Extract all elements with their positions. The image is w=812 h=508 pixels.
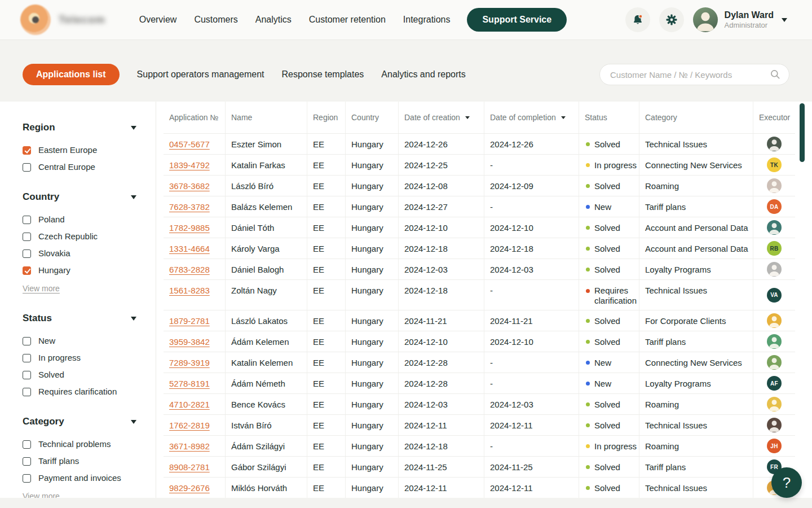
executor-avatar[interactable] bbox=[767, 334, 782, 349]
executor-avatar[interactable] bbox=[767, 220, 782, 235]
cell-region: EE bbox=[307, 352, 346, 373]
filter-option-payment-and-invoices[interactable]: Payment and invoices bbox=[23, 473, 136, 483]
brand-logo[interactable]: Telecom bbox=[20, 5, 105, 35]
executor-avatar[interactable]: RB bbox=[767, 241, 782, 256]
column-header-completed[interactable]: Date of completion bbox=[484, 102, 579, 133]
executor-avatar[interactable]: AF bbox=[767, 376, 782, 391]
executor-avatar[interactable] bbox=[767, 313, 782, 328]
cell-date-creation: 2024-12-11 bbox=[399, 415, 484, 435]
application-link[interactable]: 0457-5677 bbox=[169, 139, 210, 149]
filter-option-central-europe[interactable]: Central Europe bbox=[23, 162, 136, 172]
checkbox[interactable] bbox=[23, 388, 31, 396]
cell-date-creation: 2024-12-11 bbox=[399, 478, 484, 498]
checkbox[interactable] bbox=[23, 457, 31, 466]
checkbox[interactable] bbox=[23, 233, 31, 241]
nav-item-overview[interactable]: Overview bbox=[139, 15, 177, 25]
person-icon bbox=[767, 418, 782, 432]
application-link[interactable]: 4710-2821 bbox=[169, 400, 210, 409]
filter-section-header[interactable]: Status bbox=[23, 313, 136, 324]
application-link[interactable]: 7289-3919 bbox=[169, 358, 210, 367]
applications-table: Application №NameRegionCountryDate of cr… bbox=[164, 102, 795, 498]
sort-desc-icon[interactable] bbox=[561, 116, 566, 119]
filter-section-header[interactable]: Category bbox=[23, 416, 136, 427]
executor-avatar[interactable] bbox=[767, 178, 782, 193]
table-row: 3671-8982Ádám SzilágyiEEHungary2024-12-1… bbox=[164, 436, 795, 457]
view-more-link[interactable]: View more bbox=[23, 284, 60, 293]
application-link[interactable]: 3671-8982 bbox=[169, 441, 210, 451]
sort-desc-icon[interactable] bbox=[465, 116, 470, 119]
executor-avatar[interactable]: VA bbox=[767, 288, 782, 303]
cell-status: Solved bbox=[579, 331, 639, 352]
notifications-button[interactable] bbox=[625, 7, 650, 32]
tab-applications-list[interactable]: Applications list bbox=[23, 64, 120, 85]
executor-avatar[interactable] bbox=[767, 397, 782, 411]
filter-option-slovakia[interactable]: Slovakia bbox=[23, 248, 136, 259]
application-link[interactable]: 7628-3782 bbox=[169, 202, 210, 212]
filter-option-requires-clarification[interactable]: Requires clarification bbox=[23, 387, 136, 397]
user-avatar[interactable] bbox=[693, 7, 718, 32]
application-link[interactable]: 3959-3842 bbox=[169, 337, 210, 347]
filter-option-in-progress[interactable]: In progress bbox=[23, 353, 136, 363]
cell-category: Account and Personal Data bbox=[639, 238, 753, 259]
executor-avatar[interactable]: JH bbox=[767, 439, 782, 453]
checkbox[interactable] bbox=[23, 337, 31, 345]
executor-avatar[interactable]: TK bbox=[767, 157, 782, 172]
filter-section-header[interactable]: Region bbox=[23, 122, 136, 133]
application-link[interactable]: 6783-2828 bbox=[169, 265, 210, 274]
search-box bbox=[599, 64, 789, 85]
filter-option-hungary[interactable]: Hungary bbox=[23, 265, 136, 275]
filter-option-tariff-plans[interactable]: Tariff plans bbox=[23, 456, 136, 466]
checkbox-checked[interactable] bbox=[23, 146, 31, 155]
checkbox[interactable] bbox=[23, 474, 31, 483]
executor-avatar[interactable] bbox=[767, 262, 782, 277]
executor-avatar[interactable]: DA bbox=[767, 199, 782, 214]
status-label: Solved bbox=[594, 181, 620, 191]
application-link[interactable]: 1782-9885 bbox=[169, 223, 210, 233]
cell-name: István Bíró bbox=[226, 415, 307, 435]
checkbox-checked[interactable] bbox=[23, 266, 31, 275]
filter-option-technical-problems[interactable]: Technical problems bbox=[23, 439, 136, 449]
application-link[interactable]: 3678-3682 bbox=[169, 181, 210, 191]
application-link[interactable]: 1561-8283 bbox=[169, 286, 210, 296]
tab-analytics-and-reports[interactable]: Analytics and reports bbox=[381, 64, 465, 85]
application-link[interactable]: 9829-2676 bbox=[169, 483, 210, 493]
nav-item-analytics[interactable]: Analytics bbox=[255, 15, 292, 25]
application-link[interactable]: 1879-2781 bbox=[169, 316, 210, 326]
column-header-created[interactable]: Date of creation bbox=[399, 102, 484, 133]
filter-option-new[interactable]: New bbox=[23, 336, 136, 346]
vertical-scrollbar-thumb[interactable] bbox=[800, 103, 805, 162]
user-menu-chevron-down-icon[interactable] bbox=[782, 18, 787, 22]
executor-avatar[interactable] bbox=[767, 137, 782, 151]
filter-option-solved[interactable]: Solved bbox=[23, 370, 136, 380]
tab-support-operators-management[interactable]: Support operators management bbox=[137, 64, 264, 85]
cell-category: Account and Personal Data bbox=[639, 217, 753, 238]
nav-item-integrations[interactable]: Integrations bbox=[403, 15, 451, 25]
checkbox[interactable] bbox=[23, 354, 31, 362]
cell-category: Roaming bbox=[639, 436, 753, 456]
filter-option-czech-republic[interactable]: Czech Republic bbox=[23, 231, 136, 242]
view-more-link[interactable]: View more bbox=[23, 492, 60, 498]
checkbox[interactable] bbox=[23, 440, 31, 449]
checkbox[interactable] bbox=[23, 163, 31, 172]
executor-avatar[interactable] bbox=[767, 355, 782, 370]
checkbox[interactable] bbox=[23, 216, 31, 224]
checkbox[interactable] bbox=[23, 249, 31, 258]
filter-option-eastern-europe[interactable]: Eastern Europe bbox=[23, 145, 136, 155]
application-link[interactable]: 1331-4664 bbox=[169, 244, 210, 253]
checkbox[interactable] bbox=[23, 371, 31, 379]
settings-button[interactable] bbox=[659, 7, 684, 32]
nav-item-customers[interactable]: Customers bbox=[194, 15, 237, 25]
application-link[interactable]: 8908-2781 bbox=[169, 462, 210, 472]
help-button[interactable]: ? bbox=[771, 467, 802, 498]
search-input[interactable] bbox=[599, 64, 789, 85]
application-link[interactable]: 1762-2819 bbox=[169, 421, 210, 430]
cell-name: Károly Varga bbox=[226, 238, 307, 259]
application-link[interactable]: 1839-4792 bbox=[169, 160, 210, 170]
nav-item-customer-retention[interactable]: Customer retention bbox=[309, 15, 386, 25]
support-service-button[interactable]: Support Service bbox=[467, 8, 567, 32]
executor-avatar[interactable] bbox=[767, 418, 782, 432]
tab-response-templates[interactable]: Response templates bbox=[282, 64, 364, 85]
application-link[interactable]: 5278-8191 bbox=[169, 379, 210, 388]
filter-option-poland[interactable]: Poland bbox=[23, 214, 136, 225]
filter-section-header[interactable]: Country bbox=[23, 191, 136, 203]
